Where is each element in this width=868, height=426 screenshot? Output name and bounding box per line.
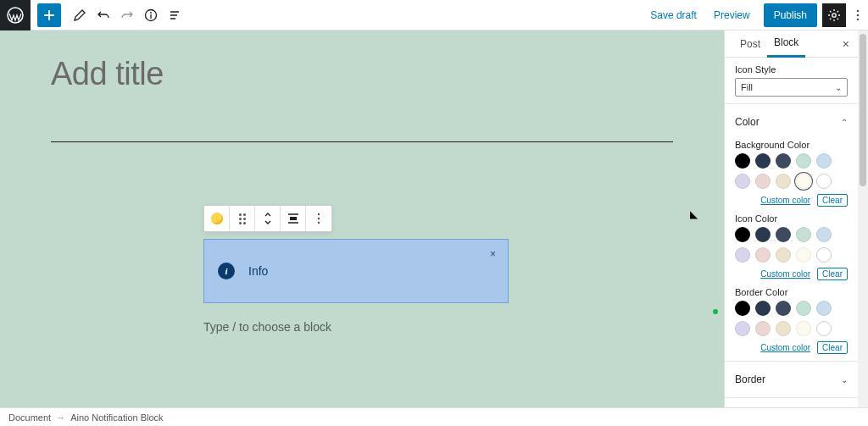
- icon-style-label: Icon Style: [735, 64, 848, 75]
- breadcrumb-block[interactable]: Aino Notification Block: [70, 412, 163, 423]
- color-swatch[interactable]: [796, 174, 811, 189]
- post-title-input[interactable]: Add title: [51, 56, 673, 92]
- color-swatch[interactable]: [796, 153, 811, 169]
- preview-button[interactable]: Preview: [705, 9, 759, 21]
- info-icon: [144, 8, 158, 22]
- undo-button[interactable]: [92, 3, 115, 27]
- border-custom-color-link[interactable]: Custom color: [760, 343, 810, 352]
- color-swatch[interactable]: [735, 227, 750, 242]
- breadcrumb-document[interactable]: Document: [8, 412, 51, 423]
- color-panel: Color ⌃ Background Color Custom color Cl…: [725, 104, 858, 362]
- block-more-button[interactable]: [306, 206, 331, 231]
- icon-custom-color-link[interactable]: Custom color: [760, 269, 810, 279]
- border-panel: Border ⌄: [725, 362, 858, 398]
- info-button[interactable]: [139, 3, 163, 27]
- status-indicator: [713, 309, 718, 314]
- color-swatch[interactable]: [735, 247, 750, 263]
- border-clear-button[interactable]: Clear: [817, 341, 848, 354]
- color-swatch[interactable]: [776, 321, 791, 336]
- notification-text[interactable]: Info: [248, 264, 268, 278]
- redo-icon: [120, 8, 134, 22]
- color-swatch[interactable]: [755, 321, 771, 336]
- color-swatch[interactable]: [735, 174, 750, 189]
- pencil-icon: [73, 8, 86, 22]
- color-swatch[interactable]: [796, 301, 811, 316]
- wordpress-logo[interactable]: [0, 0, 31, 30]
- save-draft-button[interactable]: Save draft: [642, 9, 705, 21]
- border-color-label: Border Color: [735, 287, 848, 297]
- wordpress-icon: [7, 7, 24, 24]
- color-swatch[interactable]: [776, 153, 791, 169]
- color-swatch[interactable]: [816, 174, 832, 189]
- color-swatch[interactable]: [755, 301, 771, 316]
- color-swatch[interactable]: [816, 321, 832, 336]
- color-section-toggle[interactable]: Color ⌃: [735, 111, 848, 133]
- svg-rect-7: [290, 217, 297, 220]
- color-swatch[interactable]: [735, 153, 750, 169]
- icon-style-section: Icon Style Fill ⌄: [725, 58, 858, 104]
- svg-point-2: [150, 12, 152, 14]
- color-swatch[interactable]: [776, 301, 791, 316]
- background-color-label: Background Color: [735, 140, 848, 150]
- notification-block-icon: [211, 213, 223, 224]
- color-swatch[interactable]: [755, 174, 771, 189]
- breadcrumb-footer: Document → Aino Notification Block: [0, 407, 868, 426]
- chevron-up-icon: ⌃: [841, 118, 848, 127]
- redo-button[interactable]: [115, 3, 139, 27]
- color-swatch[interactable]: [816, 247, 832, 263]
- gear-icon: [827, 8, 841, 22]
- bg-custom-color-link[interactable]: Custom color: [760, 196, 810, 205]
- info-badge-icon: i: [218, 263, 235, 279]
- edit-tool-button[interactable]: [68, 3, 92, 27]
- background-color-swatches: [735, 153, 848, 189]
- block-toolbar: [203, 205, 332, 232]
- move-buttons[interactable]: [255, 206, 281, 231]
- color-swatch[interactable]: [776, 227, 791, 242]
- icon-style-select[interactable]: Fill ⌄: [735, 78, 848, 97]
- outline-button[interactable]: [163, 3, 186, 27]
- icon-color-swatches: [735, 227, 848, 263]
- publish-button[interactable]: Publish: [764, 3, 817, 27]
- align-icon: [287, 213, 299, 224]
- add-block-button[interactable]: [37, 3, 61, 27]
- block-appender[interactable]: Type / to choose a block: [203, 320, 331, 334]
- color-swatch[interactable]: [796, 321, 811, 336]
- color-swatch[interactable]: [755, 247, 771, 263]
- icon-clear-button[interactable]: Clear: [817, 268, 848, 280]
- svg-point-9: [318, 218, 320, 219]
- tab-block[interactable]: Block: [767, 30, 805, 58]
- color-swatch[interactable]: [796, 227, 811, 242]
- notification-block[interactable]: i Info ×: [203, 239, 509, 303]
- border-section-toggle[interactable]: Border ⌄: [735, 368, 848, 390]
- bg-clear-button[interactable]: Clear: [817, 194, 848, 207]
- block-type-button[interactable]: [204, 206, 230, 231]
- scrollbar-thumb[interactable]: [860, 34, 866, 186]
- color-swatch[interactable]: [755, 227, 771, 242]
- title-separator: [51, 141, 673, 142]
- color-swatch[interactable]: [735, 301, 750, 316]
- kebab-icon: [317, 213, 320, 224]
- list-icon: [168, 8, 181, 22]
- editor-canvas[interactable]: Add title i Info × Type / to choose a bl…: [0, 30, 724, 407]
- tab-post[interactable]: Post: [733, 31, 767, 57]
- drag-handle[interactable]: [230, 206, 255, 231]
- sidebar-close-button[interactable]: ×: [843, 37, 849, 51]
- border-color-swatches: [735, 301, 848, 336]
- notification-dismiss-button[interactable]: ×: [490, 248, 496, 260]
- align-button[interactable]: [281, 206, 306, 231]
- move-arrows-icon: [264, 212, 272, 225]
- svg-point-3: [832, 13, 836, 16]
- color-swatch[interactable]: [776, 247, 791, 263]
- settings-sidebar: Post Block × Icon Style Fill ⌄ Color ⌃ B…: [724, 30, 858, 407]
- settings-button[interactable]: [822, 3, 846, 27]
- color-swatch[interactable]: [755, 153, 771, 169]
- icon-color-label: Icon Color: [735, 213, 848, 224]
- color-swatch[interactable]: [816, 227, 832, 242]
- color-swatch[interactable]: [816, 153, 832, 169]
- svg-point-5: [857, 14, 860, 16]
- more-options-button[interactable]: [848, 3, 868, 27]
- color-swatch[interactable]: [796, 247, 811, 263]
- color-swatch[interactable]: [776, 174, 791, 189]
- color-swatch[interactable]: [816, 301, 832, 316]
- color-swatch[interactable]: [735, 321, 750, 336]
